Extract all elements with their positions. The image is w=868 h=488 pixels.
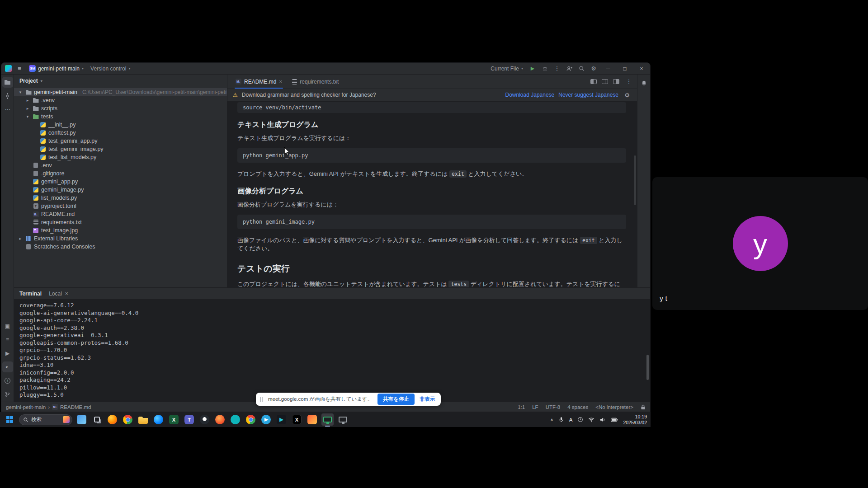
python-packages-tool-button[interactable]: ▣ <box>2 321 13 332</box>
tree-item-gemini-image-py[interactable]: gemini_image.py <box>14 186 227 194</box>
caret-position-widget[interactable]: 1:1 <box>518 404 525 410</box>
microphone-icon[interactable] <box>558 417 564 422</box>
lock-icon[interactable] <box>641 404 646 410</box>
tab-requirements-txt[interactable]: requirements.txt <box>288 75 343 89</box>
search-everywhere-button[interactable] <box>577 64 586 73</box>
more-actions-kebab-icon[interactable]: ⋮ <box>552 64 561 73</box>
interpreter-widget[interactable]: <No interpreter> <box>595 404 633 410</box>
debug-button[interactable] <box>540 64 549 73</box>
taskbar-app-x[interactable]: X <box>291 413 303 426</box>
tree-item-test-gemini-image-py[interactable]: test_gemini_image.py <box>14 145 227 153</box>
terminal-panel-title[interactable]: Terminal <box>19 291 42 297</box>
settings-button[interactable]: ⚙ <box>589 64 598 73</box>
structure-tool-button[interactable]: ≡ <box>2 334 13 345</box>
code-with-me-button[interactable] <box>565 64 574 73</box>
line-ending-widget[interactable]: LF <box>532 404 538 410</box>
project-tool-button[interactable] <box>2 77 13 88</box>
taskbar-app-telegram[interactable] <box>260 413 272 426</box>
tree-item-init-py[interactable]: __init__.py <box>14 121 227 129</box>
taskbar-app-chrome[interactable] <box>122 413 134 426</box>
terminal-tab-local[interactable]: Local × <box>49 291 68 297</box>
project-panel-header[interactable]: Project ▾ <box>14 75 227 87</box>
taskbar-clock[interactable]: 10:19 2025/03/02 <box>623 414 647 425</box>
tree-item-tests[interactable]: ▾ tests <box>14 113 227 121</box>
wifi-icon[interactable] <box>588 417 594 422</box>
breadcrumb-project[interactable]: gemini-petit-main <box>6 404 46 410</box>
download-japanese-link[interactable]: Download Japanese <box>505 92 555 98</box>
project-widget[interactable]: GM gemini-petit-main ▾ <box>27 64 85 73</box>
taskbar-app-widgets[interactable] <box>75 413 88 426</box>
problems-tool-button[interactable]: ! <box>2 375 13 386</box>
chevron-collapsed-icon[interactable]: ▸ <box>18 236 23 241</box>
taskbar-app-github[interactable] <box>198 413 211 426</box>
version-control-tool-button[interactable] <box>2 389 13 399</box>
run-button[interactable]: ▶ <box>528 64 537 73</box>
services-tool-button[interactable]: ▶ <box>2 348 13 359</box>
window-close-button[interactable]: × <box>635 63 648 74</box>
drag-handle-icon[interactable] <box>259 396 263 402</box>
tree-item-project-root[interactable]: ▾ gemini-petit-main C:\Users\PC_User\Dow… <box>14 88 227 96</box>
taskbar-app-task-view[interactable] <box>91 413 103 426</box>
run-configuration-selector[interactable]: Current File ▾ <box>489 65 525 73</box>
banner-settings-gear-icon[interactable]: ⚙ <box>623 90 632 99</box>
taskbar-app-outlook[interactable] <box>152 413 165 426</box>
breadcrumb-file[interactable]: M↓ README.md <box>52 404 91 410</box>
preview-only-layout-icon[interactable] <box>613 79 619 84</box>
taskbar-app-firefox-2[interactable] <box>214 413 226 426</box>
terminal-tool-button[interactable]: >_ <box>2 361 13 372</box>
tree-item-scripts[interactable]: ▸ scripts <box>14 104 227 113</box>
split-layout-icon[interactable] <box>602 79 608 84</box>
main-menu-hamburger-icon[interactable]: ≡ <box>15 64 24 73</box>
editor-only-layout-icon[interactable] <box>590 79 597 84</box>
hidden-icons-chevron[interactable]: ∧ <box>550 418 553 422</box>
window-minimize-button[interactable]: ─ <box>601 63 615 74</box>
chevron-collapsed-icon[interactable]: ▸ <box>25 98 30 103</box>
never-suggest-link[interactable]: Never suggest Japanese <box>558 92 618 98</box>
close-icon[interactable]: × <box>65 291 68 297</box>
taskbar-app-file-explorer[interactable] <box>137 413 149 426</box>
taskbar-app-excel[interactable]: X <box>168 413 180 426</box>
taskbar-app-chrome-profile[interactable] <box>245 413 257 426</box>
tree-item-readme-md[interactable]: M↓ README.md <box>14 210 227 218</box>
tree-item-external-libraries[interactable]: ▸ External Libraries <box>14 235 227 243</box>
terminal-scrollbar[interactable] <box>646 355 649 380</box>
taskbar-app-media-player[interactable]: ▶ <box>275 413 288 426</box>
tree-item-test-list-models-py[interactable]: test_list_models.py <box>14 153 227 161</box>
tree-item-test-gemini-app-py[interactable]: test_gemini_app.py <box>14 137 227 145</box>
taskbar-app-firefox[interactable] <box>106 413 118 426</box>
chevron-expanded-icon[interactable]: ▾ <box>18 90 23 94</box>
tree-item-requirements-txt[interactable]: requirements.txt <box>14 218 227 226</box>
taskbar-search-box[interactable]: 検索 <box>19 414 72 425</box>
tab-readme-md[interactable]: M↓ README.md × <box>231 75 287 89</box>
tree-item-conftest-py[interactable]: conftest.py <box>14 129 227 137</box>
battery-icon[interactable] <box>611 418 618 422</box>
taskbar-app-screen-share[interactable] <box>321 413 334 426</box>
close-icon[interactable]: × <box>279 79 282 85</box>
chevron-expanded-icon[interactable]: ▾ <box>25 114 30 119</box>
notifications-button[interactable] <box>638 78 649 89</box>
volume-icon[interactable] <box>599 417 606 422</box>
start-button[interactable] <box>4 413 16 426</box>
tree-item-scratches[interactable]: Scratches and Consoles <box>14 243 227 251</box>
taskbar-app-teams[interactable]: T <box>183 413 195 426</box>
chevron-collapsed-icon[interactable]: ▸ <box>25 106 30 111</box>
editor-options-kebab-icon[interactable]: ⋮ <box>624 77 633 86</box>
encoding-widget[interactable]: UTF-8 <box>546 404 561 410</box>
terminal-output[interactable]: coverage==7.6.12 google-ai-generativelan… <box>14 300 650 399</box>
stop-sharing-button[interactable]: 共有を停止 <box>377 394 415 405</box>
tree-item-venv[interactable]: ▸ .venv <box>14 96 227 104</box>
tree-item-list-models-py[interactable]: list_models.py <box>14 194 227 202</box>
tree-item-pyproject-toml[interactable]: T pyproject.toml <box>14 202 227 210</box>
indent-widget[interactable]: 4 spaces <box>567 404 588 410</box>
clock-tray-icon[interactable] <box>577 417 583 422</box>
taskbar-app-connected-display[interactable] <box>337 413 349 426</box>
editor-scrollbar[interactable] <box>634 155 636 205</box>
tree-item-gitignore[interactable]: .gitignore <box>14 169 227 178</box>
markdown-preview[interactable]: source venv/bin/activate テキスト生成プログラム テキス… <box>227 101 637 287</box>
window-maximize-button[interactable]: □ <box>618 63 632 74</box>
taskbar-app-office[interactable] <box>306 413 318 426</box>
commit-tool-button[interactable] <box>2 90 13 101</box>
ime-indicator[interactable]: A <box>569 417 573 422</box>
tree-item-env[interactable]: .env <box>14 161 227 169</box>
tree-item-test-image-jpg[interactable]: test_image.jpg <box>14 226 227 235</box>
